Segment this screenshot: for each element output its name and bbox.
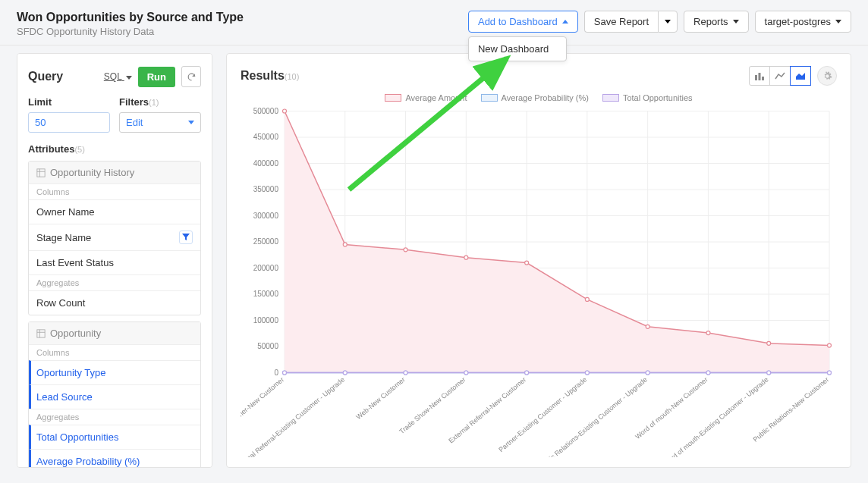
chart-type-bar[interactable] [749, 66, 770, 86]
attribute-item-label: Owner Name [36, 206, 95, 218]
svg-point-41 [283, 109, 287, 113]
svg-point-67 [646, 371, 649, 375]
attribute-item-label: Stage Name [36, 232, 91, 243]
svg-point-62 [343, 371, 347, 375]
filter-edit-label: Edit [126, 117, 143, 128]
legend-avg-amount[interactable]: Average Amount [385, 93, 467, 102]
svg-text:0: 0 [274, 369, 278, 377]
svg-point-50 [828, 343, 832, 347]
filters-count: (1) [149, 98, 159, 107]
results-count: (10) [285, 72, 300, 81]
svg-text:Partner-New Customer: Partner-New Customer [241, 375, 285, 426]
attribute-item[interactable]: Row Count [29, 290, 200, 315]
svg-text:300000: 300000 [253, 212, 279, 220]
page-title: Won Opportunities by Source and Type [17, 11, 244, 24]
svg-point-48 [706, 331, 710, 335]
svg-rect-3 [37, 329, 45, 337]
attribute-group-name: Opportunity History [50, 167, 134, 178]
page-header: Won Opportunities by Source and Type SFD… [0, 0, 868, 45]
results-title: Results(10) [241, 69, 299, 83]
filters-label: Filters(1) [119, 96, 201, 108]
add-to-dashboard-label: Add to Dashboard [478, 16, 558, 27]
header-actions: Add to Dashboard New Dashboard Save Repo… [468, 11, 851, 33]
refresh-button[interactable] [181, 66, 201, 87]
attribute-group-header[interactable]: Opportunity [29, 322, 200, 344]
page-body: Query SQL Run Limit Filters(1) [0, 45, 868, 483]
svg-text:400000: 400000 [253, 159, 279, 168]
header-left: Won Opportunities by Source and Type SFD… [17, 11, 244, 37]
svg-text:200000: 200000 [253, 264, 279, 272]
chart-type-group [749, 66, 811, 86]
svg-point-68 [706, 371, 710, 375]
results-header: Results(10) [241, 66, 837, 86]
attribute-group-name: Opportunity [50, 328, 101, 339]
caret-down-icon [188, 121, 194, 124]
attribute-item[interactable]: Oportunity Type [29, 360, 200, 384]
filters-label-text: Filters [119, 96, 149, 108]
legend-total-opps-label: Total Opportunities [623, 93, 693, 102]
reports-button[interactable]: Reports [684, 11, 749, 33]
area-chart[interactable]: 0500001000001500002000002500003000003500… [241, 105, 837, 457]
attribute-groups: Opportunity HistoryColumnsOwner NameStag… [28, 161, 201, 468]
svg-text:Public Relations-Existing Cust: Public Relations-Existing Customer - Upg… [537, 375, 649, 457]
svg-text:250000: 250000 [253, 237, 279, 246]
attribute-item[interactable]: Owner Name [29, 199, 200, 224]
save-report-button[interactable]: Save Report [584, 11, 658, 33]
target-label: target-postgres [765, 16, 831, 27]
svg-point-63 [404, 371, 407, 375]
gear-icon [822, 71, 832, 81]
svg-text:100000: 100000 [253, 316, 279, 325]
chart-legend: Average Amount Average Probability (%) T… [241, 93, 837, 102]
svg-text:500000: 500000 [253, 107, 279, 115]
attribute-item[interactable]: Last Event Status [29, 250, 200, 274]
query-title: Query [28, 70, 63, 83]
attributes-label-text: Attributes [28, 143, 74, 155]
swatch-icon [385, 94, 401, 102]
limit-input[interactable] [28, 112, 110, 133]
svg-text:Web-New Customer: Web-New Customer [354, 375, 406, 421]
legend-avg-prob-label: Average Probability (%) [502, 93, 589, 102]
svg-text:150000: 150000 [253, 290, 279, 298]
columns-subheader: Columns [29, 183, 200, 199]
legend-total-opps[interactable]: Total Opportunities [602, 93, 693, 102]
attribute-item[interactable]: Total Opportunities [29, 425, 200, 449]
filter-icon[interactable] [179, 231, 193, 244]
new-dashboard-item[interactable]: New Dashboard [469, 37, 566, 61]
legend-avg-amount-label: Average Amount [405, 93, 467, 102]
chart-type-area[interactable] [790, 66, 811, 86]
svg-point-65 [525, 371, 529, 375]
attribute-group-header[interactable]: Opportunity History [29, 162, 200, 183]
attribute-item[interactable]: Stage Name [29, 224, 200, 250]
caret-up-icon [562, 20, 568, 24]
limit-filters-row: Limit Filters(1) Edit [28, 96, 201, 133]
svg-point-45 [525, 261, 529, 265]
chart-type-line[interactable] [769, 66, 791, 86]
results-panel: Results(10) [226, 53, 851, 468]
chart-settings-button[interactable] [817, 66, 837, 86]
caret-down-icon [835, 20, 841, 24]
query-header: Query SQL Run [28, 66, 201, 87]
add-to-dashboard-button[interactable]: Add to Dashboard [468, 11, 578, 33]
attribute-item[interactable]: Average Probability (%) [29, 449, 200, 468]
svg-point-44 [464, 256, 468, 259]
filters-select[interactable]: Edit [119, 112, 201, 133]
caret-down-icon [733, 20, 739, 24]
chart-container: 0500001000001500002000002500003000003500… [241, 105, 837, 457]
save-report-caret[interactable] [658, 11, 678, 33]
area-chart-icon [795, 71, 806, 80]
svg-point-47 [646, 325, 649, 328]
target-select[interactable]: target-postgres [755, 11, 851, 33]
attribute-item[interactable]: Lead Source [29, 384, 200, 409]
legend-avg-prob[interactable]: Average Probability (%) [481, 93, 589, 102]
results-title-text: Results [241, 69, 285, 82]
refresh-icon [187, 72, 197, 82]
sql-link[interactable]: SQL [104, 71, 132, 82]
attribute-item-label: Total Opportunities [36, 431, 118, 443]
bar-chart-icon [754, 71, 765, 80]
svg-rect-6 [755, 75, 757, 80]
filters-field: Filters(1) Edit [119, 96, 201, 133]
sql-link-label: SQL [104, 71, 122, 82]
swatch-icon [481, 94, 498, 102]
svg-point-43 [404, 248, 407, 252]
run-button[interactable]: Run [138, 67, 175, 87]
